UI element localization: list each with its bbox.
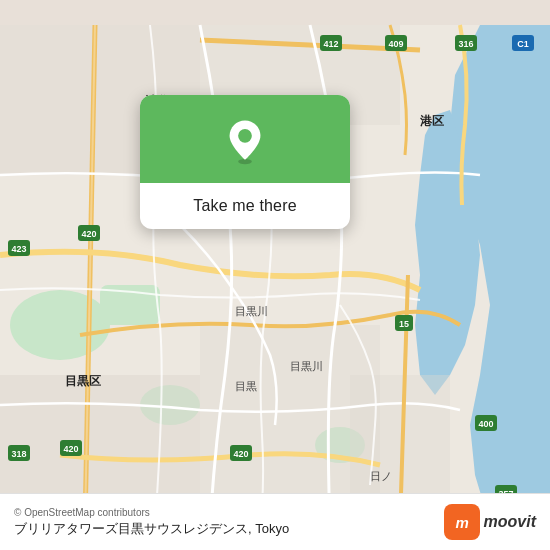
svg-point-3 xyxy=(10,290,110,360)
svg-text:港区: 港区 xyxy=(420,114,444,128)
svg-text:420: 420 xyxy=(81,229,96,239)
svg-text:420: 420 xyxy=(63,444,78,454)
svg-text:318: 318 xyxy=(11,449,26,459)
svg-text:423: 423 xyxy=(11,244,26,254)
attribution-text: © OpenStreetMap contributors xyxy=(14,507,289,518)
svg-text:日ノ: 日ノ xyxy=(370,470,392,482)
popup-top-area xyxy=(140,95,350,183)
svg-text:412: 412 xyxy=(323,39,338,49)
bottom-bar: © OpenStreetMap contributors ブリリアタワーズ目黒サ… xyxy=(0,493,550,550)
bottom-left-content: © OpenStreetMap contributors ブリリアタワーズ目黒サ… xyxy=(14,507,289,538)
map-container: 423 420 420 412 409 316 C1 15 400 357 31… xyxy=(0,0,550,550)
svg-text:316: 316 xyxy=(458,39,473,49)
moovit-logo: m moovit xyxy=(444,504,536,540)
svg-point-48 xyxy=(238,129,252,143)
location-pin-icon xyxy=(221,117,269,165)
svg-text:409: 409 xyxy=(388,39,403,49)
svg-text:15: 15 xyxy=(399,319,409,329)
svg-text:目黒区: 目黒区 xyxy=(65,374,101,388)
svg-text:400: 400 xyxy=(478,419,493,429)
map-svg: 423 420 420 412 409 316 C1 15 400 357 31… xyxy=(0,0,550,550)
moovit-label-text: moovit xyxy=(484,513,536,531)
svg-text:目黒: 目黒 xyxy=(235,380,257,392)
take-me-there-button[interactable]: Take me there xyxy=(183,197,306,215)
moovit-icon: m xyxy=(444,504,480,540)
svg-text:420: 420 xyxy=(233,449,248,459)
location-name: ブリリアタワーズ目黒サウスレジデンス, Tokyo xyxy=(14,520,289,538)
svg-text:目黒川: 目黒川 xyxy=(290,360,323,372)
popup-card: Take me there xyxy=(140,95,350,229)
svg-text:目黒川: 目黒川 xyxy=(235,305,268,317)
svg-text:C1: C1 xyxy=(517,39,529,49)
